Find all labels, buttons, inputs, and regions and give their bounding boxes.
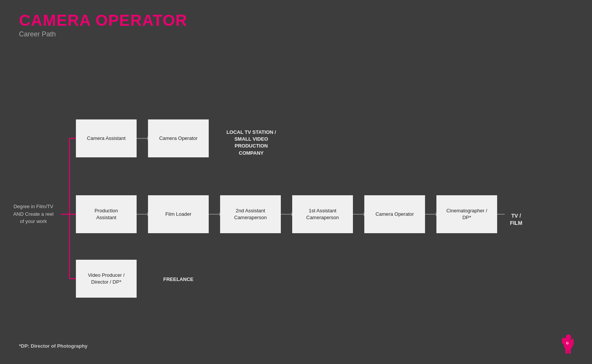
diagram-area: Degree in Film/TV AND Create a reel of y… [0, 49, 592, 345]
film-loader-box: Film Loader [148, 195, 209, 233]
header: CAMERA OPERATOR Career Path [0, 0, 592, 42]
cinematographer-box: Cinematographer / DP* [436, 195, 497, 233]
second-ac-box: 2nd Assistant Cameraperson [220, 195, 281, 233]
svg-rect-19 [565, 348, 568, 354]
first-ac-box: 1st Assistant Cameraperson [292, 195, 353, 233]
svg-rect-20 [568, 348, 571, 354]
entry-label: Degree in Film/TV AND Create a reel of y… [7, 203, 60, 225]
camera-assistant-box: Camera Assistant [76, 119, 137, 157]
local-tv-label: LOCAL TV STATION / SMALL VIDEO PRODUCTIO… [217, 129, 285, 157]
freelance-label: FREELANCE [148, 276, 209, 283]
page-title: CAMERA OPERATOR [19, 11, 573, 30]
page-subtitle: Career Path [19, 30, 573, 38]
svg-text:G: G [566, 341, 568, 345]
logo-svg: G [554, 330, 581, 356]
logo: G [554, 330, 581, 356]
footnote: *DP: Director of Photography [19, 343, 88, 349]
production-assistant-box: Production Assistant [76, 195, 137, 233]
video-producer-box: Video Producer / Director / DP* [76, 260, 137, 298]
tv-film-label: TV / FILM [505, 205, 527, 227]
camera-operator-mid-box: Camera Operator [364, 195, 425, 233]
camera-operator-top-box: Camera Operator [148, 119, 209, 157]
